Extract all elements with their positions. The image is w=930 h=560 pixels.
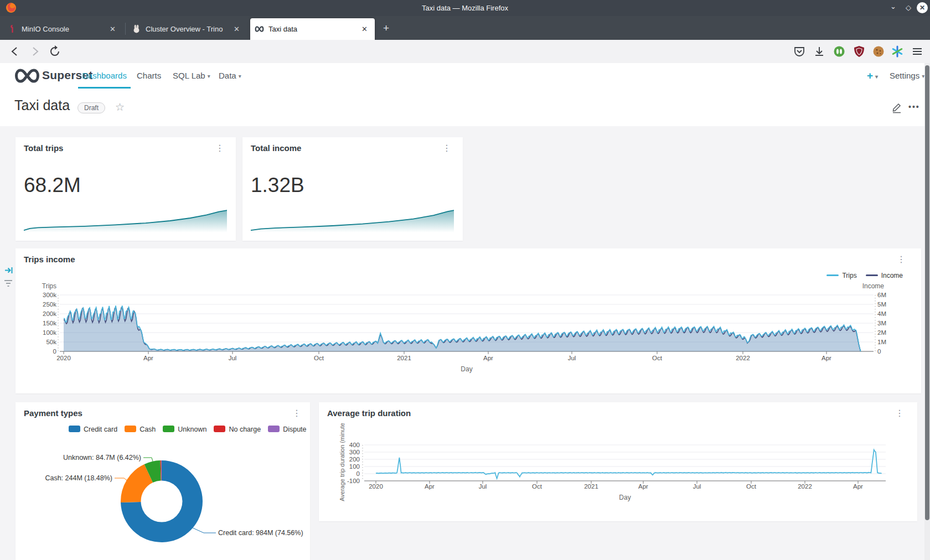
pie-label-unknown: Unknown: 84.7M (6.42%) — [63, 454, 141, 462]
dashboard-body: Total trips ⋮ 68.2M Total income ⋮ 1.32B… — [0, 126, 930, 560]
scrollbar-track[interactable] — [924, 63, 930, 560]
axis-tick-label: Jul — [568, 355, 576, 361]
legend-swatch — [826, 274, 839, 276]
total-income-sparkline[interactable] — [251, 206, 454, 232]
axis-name: Day — [619, 494, 631, 501]
axis-tick-label: 2022 — [798, 483, 812, 490]
chart-menu-button[interactable]: ⋮ — [292, 408, 301, 418]
chart-menu-button[interactable]: ⋮ — [215, 143, 224, 153]
axis-tick-label: Apr — [853, 483, 863, 490]
legend-item[interactable]: Trips — [826, 272, 856, 279]
browser-toolbar: 172.18.0.4:32295/superset/dashboard/1/?n… — [0, 40, 930, 64]
tab-taxi-data[interactable]: Taxi data ✕ — [250, 18, 375, 40]
chart-title: Trips income — [24, 255, 75, 264]
hamburger-menu-icon[interactable] — [911, 45, 924, 58]
axis-tick-label: Apr — [638, 483, 648, 490]
chart-menu-button[interactable]: ⋮ — [442, 143, 451, 153]
nav-item-sql-lab[interactable]: SQL Lab▾ — [173, 71, 210, 80]
legend-item[interactable]: Cash — [125, 426, 156, 433]
axis-tick-label: 2020 — [369, 483, 383, 490]
axis-tick-label: Apr — [143, 355, 153, 361]
chart-card-payment-types: Payment types ⋮ Credit cardCashUnknownNo… — [16, 402, 310, 560]
legend-swatch — [163, 426, 174, 432]
axis-tick-label: Apr — [425, 483, 435, 490]
favorite-star-icon[interactable]: ☆ — [115, 101, 125, 113]
axis-tick-label: 0 — [53, 348, 56, 355]
dashboard-header: Taxi data Draft ☆ ••• — [0, 89, 930, 126]
page-title: Taxi data — [14, 97, 70, 113]
close-window-icon[interactable]: ✕ — [917, 2, 928, 13]
forward-icon[interactable] — [29, 45, 41, 58]
pie-label-cash: Cash: 244M (18.48%) — [45, 474, 112, 482]
nav-item-data[interactable]: Data▾ — [219, 71, 241, 80]
sparkline-area — [251, 210, 454, 232]
series-area — [64, 305, 861, 351]
privacy-badger-icon[interactable] — [833, 45, 846, 58]
axis-tick-label: 4M — [877, 310, 886, 317]
pie-label-line — [192, 527, 216, 533]
avg-trip-duration-chart[interactable]: 4003002001000-1002020AprJulOct2021AprJul… — [319, 402, 917, 521]
edit-pencil-icon[interactable] — [891, 102, 902, 113]
legend-item[interactable]: Credit card — [69, 426, 117, 433]
tab-close-icon[interactable]: ✕ — [359, 24, 370, 34]
legend-item[interactable]: Dispute — [268, 426, 306, 433]
axis-tick-label: Apr — [483, 355, 493, 361]
more-options-icon[interactable]: ••• — [908, 102, 920, 111]
back-icon[interactable] — [9, 45, 21, 58]
filter-icon[interactable] — [3, 279, 13, 288]
minio-icon — [8, 24, 17, 34]
tab-label: Taxi data — [268, 25, 297, 33]
pocket-icon[interactable] — [793, 45, 806, 58]
scrollbar-thumb[interactable] — [925, 65, 929, 520]
extension-asterisk-icon[interactable] — [891, 45, 904, 58]
axis-tick-label: 150k — [43, 320, 56, 326]
total-trips-sparkline[interactable] — [24, 206, 227, 232]
cookie-icon[interactable] — [872, 45, 885, 58]
superset-navbar: Superset Dashboards Charts SQL Lab▾ Data… — [0, 63, 930, 89]
new-button[interactable]: +▾ — [867, 70, 878, 82]
axis-name: Income — [862, 282, 885, 290]
reload-icon[interactable] — [49, 45, 61, 58]
ublock-origin-icon[interactable] — [852, 45, 866, 58]
chart-menu-button[interactable]: ⋮ — [897, 254, 906, 265]
axis-tick-label: 3M — [877, 320, 886, 326]
settings-menu[interactable]: Settings▾ — [890, 71, 924, 80]
expand-filter-bar-icon[interactable] — [4, 266, 13, 274]
legend-swatch — [214, 426, 225, 432]
chart-menu-button[interactable]: ⋮ — [895, 408, 904, 418]
tab-close-icon[interactable]: ✕ — [231, 24, 242, 34]
window-title: Taxi data — Mozilla Firefox — [0, 4, 930, 12]
trino-icon — [132, 24, 141, 34]
sparkline-area — [24, 210, 227, 232]
axis-tick-label: 100k — [43, 329, 56, 336]
nav-item-charts[interactable]: Charts — [137, 71, 161, 80]
tab-cluster-overview-trino[interactable]: Cluster Overview - Trino ✕ — [127, 18, 247, 40]
new-tab-button[interactable]: + — [383, 23, 389, 33]
download-icon[interactable] — [813, 45, 826, 58]
axis-tick-label: -100 — [347, 478, 360, 484]
axis-tick-label: Jul — [229, 355, 237, 361]
trips-income-chart[interactable]: 300k6M250k5M200k4M150k3M100k2M50k1M00Tri… — [16, 248, 921, 393]
chart-legend[interactable]: Credit cardCashUnknownNo chargeDispute — [69, 426, 307, 433]
axis-tick-label: 50k — [46, 339, 56, 345]
legend-swatch — [125, 426, 136, 432]
tab-label: MinIO Console — [22, 25, 69, 33]
axis-tick-label: 250k — [43, 301, 56, 308]
window-titlebar: Taxi data — Mozilla Firefox ⌄ ◇ ✕ — [0, 0, 930, 16]
chart-legend[interactable]: TripsIncome — [826, 272, 903, 279]
series-duration-line[interactable] — [376, 450, 882, 479]
nav-item-dashboards[interactable]: Dashboards — [82, 71, 127, 80]
pie-label-credit-card: Credit card: 984M (74.56%) — [218, 529, 303, 537]
legend-item[interactable]: Unknown — [163, 426, 206, 433]
legend-item[interactable]: Income — [866, 272, 903, 279]
legend-swatch — [268, 426, 280, 432]
maximize-icon[interactable]: ◇ — [906, 3, 911, 12]
chevron-down-icon: ▾ — [239, 73, 241, 79]
tab-close-icon[interactable]: ✕ — [107, 24, 118, 34]
chart-title: Payment types — [24, 408, 82, 418]
tab-minio-console[interactable]: MinIO Console ✕ — [3, 18, 123, 40]
axis-tick-label: 2021 — [584, 483, 598, 490]
minimize-icon[interactable]: ⌄ — [890, 2, 896, 11]
legend-item[interactable]: No charge — [214, 426, 261, 433]
chart-card-total-income: Total income ⋮ 1.32B — [242, 137, 463, 241]
